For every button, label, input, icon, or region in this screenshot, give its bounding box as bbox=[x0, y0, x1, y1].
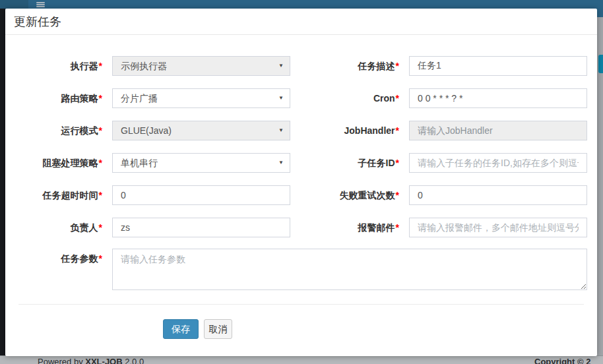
field-child-job-id: 子任务ID* bbox=[309, 153, 592, 173]
required-asterisk: * bbox=[99, 190, 102, 200]
page-footer: Powered by XXL-JOB 2.0.0 Copyright © 2 bbox=[0, 355, 603, 364]
sidebar-edge bbox=[0, 9, 5, 356]
field-timeout: 任务超时时间* bbox=[12, 185, 296, 205]
executor-select-value: 示例执行器 bbox=[113, 57, 290, 75]
chevron-down-icon: ▼ bbox=[278, 57, 284, 75]
owner-input[interactable] bbox=[112, 218, 290, 237]
required-asterisk: * bbox=[396, 158, 399, 168]
field-executor: 执行器* 示例执行器 ▼ bbox=[12, 56, 296, 76]
cancel-button[interactable]: 取消 bbox=[204, 319, 232, 339]
job-desc-label: 任务描述* bbox=[309, 56, 409, 76]
sidebar-toggle-hamburger-icon bbox=[36, 2, 45, 8]
job-handler-label: JobHandler* bbox=[309, 121, 409, 140]
required-asterisk: * bbox=[396, 190, 399, 200]
brand-name: XXL-JOB bbox=[85, 357, 122, 364]
required-asterisk: * bbox=[99, 222, 102, 233]
required-asterisk: * bbox=[99, 253, 102, 264]
required-asterisk: * bbox=[99, 61, 102, 71]
powered-by-text: Powered by XXL-JOB 2.0.0 bbox=[38, 357, 144, 364]
required-asterisk: * bbox=[99, 93, 102, 104]
chevron-down-icon: ▼ bbox=[278, 89, 284, 107]
chevron-down-icon: ▼ bbox=[278, 121, 284, 140]
field-route-strategy: 路由策略* 分片广播 ▼ bbox=[12, 88, 296, 108]
route-strategy-select-value: 分片广播 bbox=[113, 89, 290, 107]
field-fail-retry: 失败重试次数* bbox=[309, 185, 592, 205]
field-alarm-email: 报警邮件* bbox=[309, 218, 592, 237]
glue-type-select: GLUE(Java) ▼ bbox=[112, 121, 290, 140]
fail-retry-label: 失败重试次数* bbox=[309, 185, 409, 205]
required-asterisk: * bbox=[99, 158, 102, 168]
timeout-label: 任务超时时间* bbox=[12, 185, 112, 205]
field-job-desc: 任务描述* bbox=[309, 56, 592, 76]
save-button[interactable]: 保存 bbox=[163, 319, 199, 339]
child-job-id-input[interactable] bbox=[409, 153, 587, 173]
update-task-dialog: 更新任务 执行器* 示例执行器 ▼ 任务描述* 路由策略* 分片广播 ▼ Cro… bbox=[5, 9, 597, 356]
job-param-textarea[interactable] bbox=[112, 249, 587, 290]
route-strategy-select[interactable]: 分片广播 ▼ bbox=[112, 88, 290, 108]
field-job-param: 任务参数* bbox=[12, 249, 296, 290]
job-handler-input bbox=[409, 121, 587, 140]
field-block-strategy: 阻塞处理策略* 单机串行 ▼ bbox=[12, 153, 296, 173]
required-asterisk: * bbox=[396, 125, 399, 136]
field-glue-type: 运行模式* GLUE(Java) ▼ bbox=[12, 121, 296, 140]
dialog-title: 更新任务 bbox=[5, 9, 597, 35]
fail-retry-input[interactable] bbox=[409, 185, 587, 205]
alarm-email-label: 报警邮件* bbox=[309, 218, 409, 237]
chevron-down-icon: ▼ bbox=[278, 154, 284, 172]
owner-label: 负责人* bbox=[12, 218, 112, 237]
executor-select: 示例执行器 ▼ bbox=[112, 56, 290, 76]
required-asterisk: * bbox=[99, 125, 102, 136]
field-cron: Cron* bbox=[309, 88, 592, 108]
glue-type-label: 运行模式* bbox=[12, 121, 112, 140]
job-desc-input[interactable] bbox=[409, 56, 587, 76]
job-param-label: 任务参数* bbox=[12, 249, 112, 268]
required-asterisk: * bbox=[396, 61, 399, 71]
required-asterisk: * bbox=[396, 93, 399, 104]
glue-type-select-value: GLUE(Java) bbox=[113, 121, 290, 140]
required-asterisk: * bbox=[396, 222, 399, 233]
block-strategy-select-value: 单机串行 bbox=[113, 154, 290, 172]
copyright-text: Copyright © 2 bbox=[534, 357, 590, 364]
cron-input[interactable] bbox=[409, 88, 587, 108]
alarm-email-input[interactable] bbox=[409, 218, 587, 237]
route-strategy-label: 路由策略* bbox=[12, 88, 112, 108]
block-strategy-select[interactable]: 单机串行 ▼ bbox=[112, 153, 290, 173]
background-button-edge bbox=[598, 55, 603, 73]
field-owner: 负责人* bbox=[12, 218, 296, 237]
field-job-handler: JobHandler* bbox=[309, 121, 592, 140]
executor-label: 执行器* bbox=[12, 56, 112, 76]
cron-label: Cron* bbox=[309, 88, 409, 108]
block-strategy-label: 阻塞处理策略* bbox=[12, 153, 112, 173]
buttons-divider bbox=[18, 304, 584, 305]
timeout-input[interactable] bbox=[112, 185, 290, 205]
child-job-id-label: 子任务ID* bbox=[309, 153, 409, 173]
